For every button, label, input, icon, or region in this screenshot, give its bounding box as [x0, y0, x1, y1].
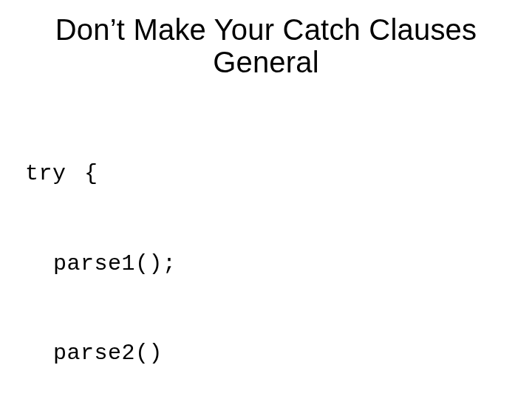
code-line: parse2()	[25, 338, 502, 369]
slide-title: Don’t Make Your Catch Clauses General	[30, 13, 502, 78]
code-line: try {	[25, 159, 502, 189]
slide: Don’t Make Your Catch Clauses General tr…	[0, 0, 532, 399]
code-block: try { parse1(); parse2() parse3() } catc…	[25, 99, 502, 399]
code-line: parse1();	[25, 249, 502, 279]
